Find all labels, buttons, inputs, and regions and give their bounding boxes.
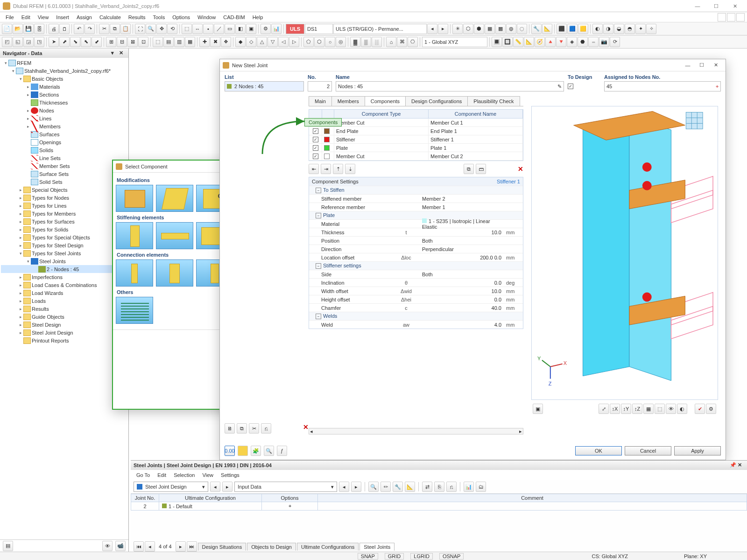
fit-view-icon[interactable]: ⛶ xyxy=(135,24,145,34)
dock-tool-1[interactable]: 🔍 xyxy=(368,482,379,492)
panel-dropdown-icon[interactable]: ▾ xyxy=(111,50,118,56)
copy-item-icon[interactable]: ⧉ xyxy=(237,423,247,434)
tree-thicknesses[interactable]: Thicknesses xyxy=(1,98,127,106)
dock-tab-ultimate[interactable]: Ultimate Configurations xyxy=(297,543,359,551)
menu-tools[interactable]: Tools xyxy=(149,14,169,21)
settings-row[interactable]: Weldaw4.0mm xyxy=(309,320,523,329)
calculation-icon[interactable]: ⚙ xyxy=(261,24,271,34)
minimize-button[interactable]: — xyxy=(688,1,707,11)
gen-icon-18[interactable]: ✧ xyxy=(646,24,656,34)
tree-steel-design[interactable]: ▸Steel Design xyxy=(1,321,127,329)
row-checkbox[interactable] xyxy=(313,137,318,142)
redo-icon[interactable]: ↷ xyxy=(85,24,95,34)
row-checkbox[interactable] xyxy=(313,154,318,159)
tree-solid-sets[interactable]: Solid Sets xyxy=(1,178,127,186)
tree-types-steel-design[interactable]: ▸Types for Steel Design xyxy=(1,241,127,249)
dock-tool-5[interactable]: ⇄ xyxy=(422,482,432,492)
tree-types-solids[interactable]: ▸Types for Solids xyxy=(1,225,127,233)
move-icon[interactable]: ↔ xyxy=(192,24,203,34)
table-row[interactable]: Plate Plate 1 xyxy=(309,144,523,152)
t2-icon-41[interactable]: 🧭 xyxy=(535,37,545,47)
gen-icon-12[interactable]: 🟨 xyxy=(578,24,588,34)
t2-icon-37[interactable]: 🔳 xyxy=(492,37,502,47)
tree-types-nodes[interactable]: ▸Types for Nodes xyxy=(1,194,127,202)
tree-root[interactable]: ▾RFEM xyxy=(1,59,127,67)
tree-loads[interactable]: ▸Loads xyxy=(1,297,127,305)
pick-node-icon[interactable]: ⌖ xyxy=(716,84,719,90)
dock-tool-6[interactable]: ⎘ xyxy=(434,482,444,492)
print-icon[interactable]: 🖨 xyxy=(49,24,59,34)
member-icon[interactable]: ▭ xyxy=(225,24,235,34)
table-row[interactable]: Stiffener Stiffener 1 xyxy=(309,135,523,144)
menu-options[interactable]: Options xyxy=(169,14,194,21)
gen-icon-3[interactable]: ⬢ xyxy=(474,24,484,34)
add-before-icon[interactable]: ⇤ xyxy=(309,164,319,174)
pv-icon-7[interactable]: 👁 xyxy=(666,404,676,414)
apply-button[interactable]: Apply xyxy=(674,446,721,455)
t2-icon-11[interactable]: ⊟ xyxy=(117,37,127,47)
cancel-button[interactable]: Cancel xyxy=(625,446,671,455)
panel-close-icon[interactable]: ✕ xyxy=(119,50,126,56)
footer-icon-3[interactable]: ƒ xyxy=(277,446,287,456)
tree-line-sets[interactable]: Line Sets xyxy=(1,154,127,162)
status-osnap[interactable]: OSNAP xyxy=(439,553,464,560)
t2-icon-34[interactable]: ⌂ xyxy=(386,37,396,47)
tab-design-config[interactable]: Design Configurations xyxy=(405,96,468,106)
row-options-icon[interactable]: ⌖ xyxy=(289,503,291,509)
t2-icon-24[interactable]: ▽ xyxy=(268,37,278,47)
t2-icon-32[interactable]: ▒ xyxy=(361,37,371,47)
footer-icon-1[interactable]: 🧩 xyxy=(251,446,261,456)
load-combination-combo[interactable]: ULS (STR/GEO) - Permane... xyxy=(333,24,427,34)
t2-icon-5[interactable]: ➤ xyxy=(49,37,59,47)
move-down-icon[interactable]: ⇣ xyxy=(345,164,355,174)
tree-steel-joints[interactable]: ▾Steel Joints xyxy=(1,257,127,265)
settings-row[interactable]: Chamferc40.0mm xyxy=(309,303,523,312)
save-as-icon[interactable]: 🗄 xyxy=(34,24,44,34)
dock-table[interactable]: Joint No. Ultimate Configuration Options… xyxy=(131,494,747,511)
nav-data-tab-icon[interactable]: ▤ xyxy=(3,541,13,551)
gen-icon-2[interactable]: ⬡ xyxy=(463,24,473,34)
t2-icon-40[interactable]: 📐 xyxy=(524,37,534,47)
tree-special-objects[interactable]: ▸Special Objects xyxy=(1,186,127,194)
settings-row[interactable]: Reference memberMember 1 xyxy=(309,203,523,211)
dock-pin-icon[interactable]: 📌 xyxy=(730,462,736,469)
tree-basic-objects[interactable]: ▾Basic Objects xyxy=(1,75,127,83)
tree-steel-joint-design[interactable]: ▸Steel Joint Design xyxy=(1,329,127,336)
tree-file[interactable]: ▾Stahlhalle_Verband_Joints2_copy.rf6* xyxy=(1,67,127,75)
connection-thumb-1[interactable] xyxy=(116,259,153,287)
settings-row[interactable]: PositionBoth xyxy=(309,236,523,245)
t2-icon-19[interactable]: ✖ xyxy=(210,37,220,47)
dock-menu-selection[interactable]: Selection xyxy=(170,471,198,479)
status-grid[interactable]: GRID xyxy=(385,553,404,560)
name-field[interactable]: Nodes : 45✎ xyxy=(336,81,564,91)
gen-icon-15[interactable]: ◒ xyxy=(614,24,624,34)
tree-openings[interactable]: Openings xyxy=(1,138,127,146)
dock-next-icon[interactable]: ▸ xyxy=(222,482,233,492)
gen-icon-16[interactable]: ◓ xyxy=(625,24,635,34)
line-icon[interactable]: ／ xyxy=(214,24,224,34)
t2-icon-22[interactable]: ◇ xyxy=(246,37,256,47)
tree-guide-objects[interactable]: ▸Guide Objects xyxy=(1,313,127,321)
tab-last-icon[interactable]: ⏭ xyxy=(187,541,197,552)
maximize-button[interactable]: ☐ xyxy=(707,1,726,11)
others-thumb-1[interactable] xyxy=(116,297,153,324)
gen-icon-1[interactable]: ✳ xyxy=(452,24,463,34)
t2-icon-21[interactable]: ◆ xyxy=(235,37,246,47)
tab-first-icon[interactable]: ⏮ xyxy=(134,541,144,552)
results-icon[interactable]: 📊 xyxy=(271,24,282,34)
t2-icon-28[interactable]: ⬡ xyxy=(314,37,324,47)
joint-3d-preview[interactable]: X Y Z xyxy=(531,106,718,400)
t2-icon-48[interactable]: ⟳ xyxy=(610,37,620,47)
t2-icon-39[interactable]: 📏 xyxy=(513,37,523,47)
t2-icon-14[interactable]: ⬚ xyxy=(153,37,163,47)
eye-icon[interactable]: 👁 xyxy=(102,541,113,551)
delete-row-icon[interactable]: ✕ xyxy=(518,165,523,173)
t2-icon-20[interactable]: ❖ xyxy=(221,37,231,47)
new-item-icon[interactable]: 🗎 xyxy=(225,423,235,434)
settings-row[interactable]: Height offsetΔhei0.0mm xyxy=(309,295,523,303)
t2-icon-12[interactable]: ⊠ xyxy=(127,37,138,47)
settings-row[interactable]: Material1 - S235 | Isotropic | Linear El… xyxy=(309,219,523,228)
t2-icon-29[interactable]: ○ xyxy=(325,37,335,47)
t2-icon-46[interactable]: ⎓ xyxy=(588,37,599,47)
tree-sections[interactable]: ▸Sections xyxy=(1,91,127,98)
